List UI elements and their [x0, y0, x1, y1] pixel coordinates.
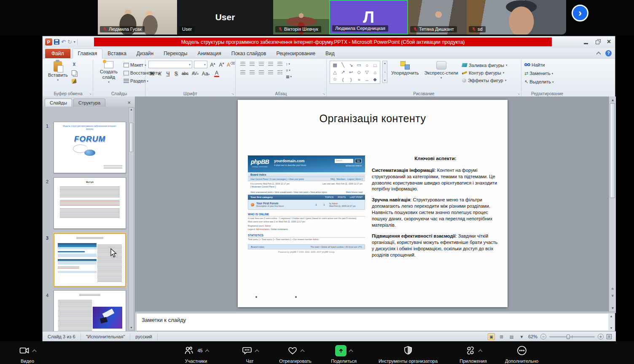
character-spacing-button[interactable]: AV▾ [191, 71, 200, 76]
shapes-scrollbar[interactable]: ▲▪▼ [382, 61, 387, 83]
slide-canvas[interactable]: Організація контенту phpBB creating comm… [238, 100, 508, 307]
scroll-up-icon[interactable]: ▲ [609, 96, 616, 103]
zoom-slider-thumb[interactable] [567, 335, 570, 339]
shape-icon[interactable]: ) [347, 76, 355, 83]
tab-insert[interactable]: Вставка [102, 49, 132, 58]
slide-sorter-view-button[interactable]: ⊞ [498, 333, 505, 340]
grow-font-button[interactable]: А▴ [209, 62, 216, 68]
align-center-button[interactable] [248, 69, 256, 76]
reactions-button[interactable]: Отреагировать [269, 344, 322, 364]
tab-animations[interactable]: Анимация [192, 49, 226, 58]
tab-transitions[interactable]: Переходы [158, 49, 192, 58]
shape-icon[interactable]: ▽ [363, 69, 371, 76]
qat-dropdown-icon[interactable]: ▾ [74, 40, 75, 44]
paste-button[interactable]: Вставить ▾ [46, 61, 70, 82]
format-painter-button[interactable] [72, 78, 77, 84]
shape-icon[interactable]: ○ [363, 62, 371, 69]
restore-button[interactable] [596, 40, 599, 44]
strikethrough-button[interactable]: abc [180, 71, 190, 76]
font-name-select[interactable]: ▾ [148, 61, 192, 68]
participant-tile-tetiana-dyshkant[interactable]: Тетяна Дишкант [408, 0, 467, 35]
change-case-button[interactable]: Аа▾ [201, 71, 211, 77]
shape-icon[interactable]: ⌂ [371, 69, 379, 76]
italic-button[interactable]: К [156, 71, 164, 77]
scroll-down-icon[interactable]: ▼ [130, 326, 133, 329]
collapse-ribbon-icon[interactable] [596, 51, 601, 56]
chevron-up-icon[interactable] [349, 350, 353, 354]
shape-icon[interactable]: □ [371, 62, 379, 69]
arrange-button[interactable]: Упорядочить [390, 61, 420, 76]
shape-effects-button[interactable]: Эффекты фигур▾ [462, 77, 508, 84]
host-tools-button[interactable]: Инструменты организатора [362, 344, 454, 364]
help-icon[interactable]: ? [605, 50, 612, 56]
shape-icon[interactable]: ╲ [339, 62, 347, 69]
font-size-select[interactable]: ▾ [194, 61, 207, 68]
find-button[interactable]: Найти [524, 62, 553, 68]
slide-title[interactable]: Організація контенту [238, 112, 508, 125]
close-panel-button[interactable]: × [125, 99, 133, 107]
tab-view[interactable]: Вид [320, 49, 340, 58]
vertical-scrollbar[interactable]: ▲ « » ▼ [609, 96, 616, 311]
shape-icon[interactable]: ( [339, 76, 347, 83]
slide-thumbnail-2[interactable]: Вступ [54, 177, 126, 229]
align-right-button[interactable] [257, 69, 265, 76]
shrink-font-button[interactable]: А▾ [218, 62, 225, 68]
undo-icon[interactable]: ↶ [61, 39, 66, 45]
zoom-slider[interactable] [549, 336, 595, 337]
notes-scrollbar[interactable]: ▲▼ [608, 314, 614, 330]
cut-button[interactable] [72, 62, 77, 68]
numbering-button[interactable] [248, 61, 256, 67]
share-screen-button[interactable]: Поделиться [320, 344, 368, 364]
chevron-up-icon[interactable] [300, 350, 304, 354]
new-slide-button[interactable]: Создать слайд ▾ [96, 61, 121, 84]
underline-button[interactable]: Ч [164, 71, 172, 77]
participant-tile-user[interactable]: User User [177, 0, 273, 35]
slide-text-placeholder[interactable]: Ключові аспекти: Систематизація інформац… [372, 155, 499, 263]
shape-icon[interactable]: ↩ [347, 69, 355, 76]
redo-icon[interactable]: ↻ [67, 39, 72, 45]
dialog-launcher-icon[interactable]: ↘ [517, 92, 520, 96]
video-button[interactable]: Видео [8, 344, 46, 364]
title-bar[interactable]: P ↶ ↻ ▾ Модель структуры программного за… [43, 36, 615, 48]
chevron-up-icon[interactable] [478, 350, 482, 354]
previous-slide-button[interactable]: « [609, 285, 616, 292]
tab-slides-thumbnails[interactable]: Слайды [45, 99, 72, 107]
shape-icon[interactable]: ▭ [355, 62, 363, 69]
slideshow-view-button[interactable]: ▼ [518, 333, 525, 340]
shape-icon[interactable]: ◆ [371, 76, 379, 83]
shapes-gallery[interactable]: ▩╲↘▭○□ △↗↩◇▽⌂ ☆()≈↔◆ [330, 61, 380, 84]
shape-icon[interactable]: △ [331, 69, 339, 76]
chat-button[interactable]: Чат [230, 344, 270, 364]
dialog-launcher-icon[interactable]: ↘ [322, 92, 325, 96]
shape-icon[interactable]: ↗ [339, 69, 347, 76]
powerpoint-app-icon[interactable]: P [45, 38, 52, 46]
next-page-arrow-button[interactable]: › [572, 5, 588, 21]
scrollbar-thumb[interactable] [129, 123, 133, 152]
tab-home[interactable]: Главная [73, 48, 103, 59]
zoom-in-button[interactable]: + [598, 334, 604, 340]
shape-icon[interactable]: ▩ [331, 62, 339, 69]
tab-review[interactable]: Рецензирование [271, 49, 320, 58]
align-left-button[interactable] [239, 69, 247, 76]
reading-view-button[interactable]: ▤ [508, 333, 515, 340]
convert-smartart-button[interactable]: ▦▾ [286, 74, 292, 79]
font-color-button[interactable]: А [212, 70, 222, 77]
minimize-button[interactable] [584, 43, 588, 44]
slide-thumbnail-4[interactable] [54, 290, 126, 331]
line-spacing-button[interactable] [276, 61, 284, 67]
clear-formatting-button[interactable]: А⌫ [227, 62, 234, 68]
tab-slideshow[interactable]: Показ слайдов [226, 49, 271, 58]
text-direction-button[interactable]: ↕▾ [286, 61, 292, 67]
language-indicator[interactable]: русский [130, 333, 157, 340]
scrollbar-thumb[interactable] [610, 103, 615, 198]
bold-button[interactable]: Ж [148, 71, 156, 77]
chevron-up-icon[interactable] [205, 350, 209, 354]
shape-outline-button[interactable]: Контур фигуры▾ [462, 69, 508, 76]
zoom-out-button[interactable]: − [540, 334, 546, 340]
panel-scrollbar[interactable]: ▲ ▼ [129, 107, 134, 330]
shape-icon[interactable]: ≈ [355, 76, 363, 83]
bullets-button[interactable] [239, 61, 247, 67]
dialog-launcher-icon[interactable]: ↘ [89, 92, 91, 96]
close-button[interactable]: × [607, 37, 611, 46]
shape-icon[interactable]: ↔ [363, 76, 371, 83]
